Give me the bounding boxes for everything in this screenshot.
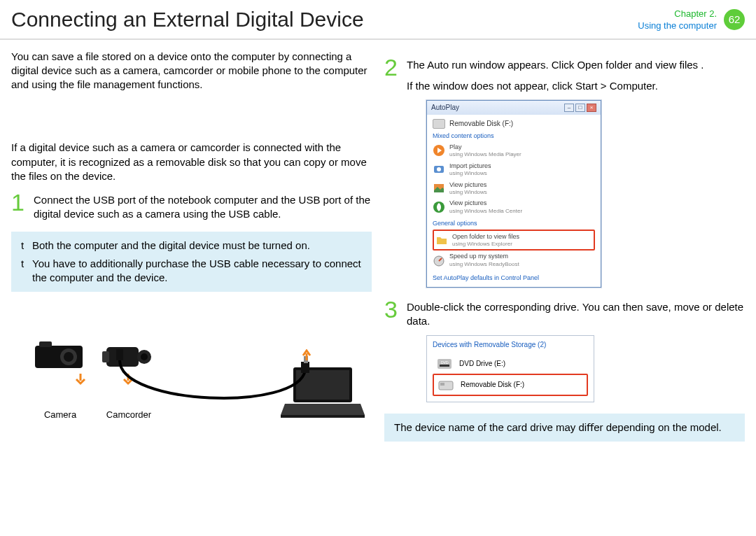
folder-icon [435, 234, 448, 246]
intro-text: You can save a ﬁle stored on a device on… [11, 50, 372, 92]
header-meta: Chapter 2. Using the computer 62 [638, 8, 745, 32]
svg-rect-11 [116, 349, 123, 360]
step-1: 1 Connect the USB port of the notebook c… [11, 190, 372, 222]
svg-rect-24 [440, 383, 444, 386]
content-columns: You can save a ﬁle stored on a device on… [0, 40, 756, 449]
maximize-icon[interactable]: □ [575, 104, 585, 112]
dvd-drive-icon: DVD [435, 357, 454, 371]
footnote-text: The device name of the card drive may di… [394, 421, 722, 433]
drive-header: Removable Disk (F:) [433, 119, 595, 129]
option-view-1[interactable]: View picturesusing Windows [433, 179, 595, 198]
option-view-2[interactable]: View picturesusing Windows Media Center [433, 197, 595, 216]
bullet-icon: t [21, 257, 27, 285]
chapter-subtitle: Using the computer [638, 20, 717, 32]
camera-label: Camera [44, 409, 76, 421]
connect-desc: If a digital device such as a camera or … [11, 141, 372, 183]
svg-point-16 [437, 167, 441, 171]
removable-disk-icon [433, 119, 445, 129]
usb-cable-icon [116, 349, 326, 419]
step-2-text: The Auto run window appears. Click Open … [407, 59, 704, 71]
camera-icon [32, 337, 88, 372]
svg-text:DVD: DVD [441, 360, 449, 365]
note-box: t Both the computer and the digital devi… [11, 232, 372, 292]
removable-disk-icon [437, 378, 455, 392]
close-icon[interactable]: × [587, 104, 596, 112]
svg-rect-1 [39, 341, 52, 347]
step-3-number: 3 [384, 297, 402, 321]
removable-drive-item[interactable]: Removable Disk (F:) [433, 374, 588, 396]
mediacenter-icon [433, 201, 445, 213]
play-icon [433, 144, 445, 157]
option-import[interactable]: Import picturesusing Windows [433, 160, 595, 179]
step-1-text: Connect the USB port of the notebook com… [34, 190, 372, 222]
option-play[interactable]: Playusing Windows Media Player [433, 141, 595, 160]
autoplay-window: AutoPlay – □ × Removable Disk (F:) Mixed… [426, 100, 601, 288]
step-1-number: 1 [11, 190, 29, 214]
arrow-down-icon [74, 374, 87, 386]
option-readyboost[interactable]: Speed up my systemusing Windows ReadyBoo… [433, 251, 595, 269]
step-3: 3 Double-click the corresponding drive. … [384, 297, 745, 329]
autoplay-titlebar: AutoPlay – □ × [427, 101, 601, 115]
drives-heading: Devices with Removable Storage (2) [433, 340, 588, 350]
camera-device: Camera [32, 337, 88, 421]
device-diagram: Camera Camcorder [11, 302, 372, 421]
bullet-icon: t [21, 239, 27, 253]
option-open-folder[interactable]: Open folder to view filesusing Windows E… [433, 230, 595, 251]
footnote-box: The device name of the card drive may di… [384, 414, 745, 442]
drives-window: Devices with Removable Storage (2) DVD D… [426, 335, 594, 402]
svg-point-3 [64, 352, 74, 362]
note-b: You have to additionally purchase the US… [32, 257, 362, 285]
page-header: Connecting an External Digital Device Ch… [0, 0, 756, 40]
step-3-text: Double-click the corresponding drive. Yo… [407, 297, 745, 329]
dvd-drive-item[interactable]: DVD DVD Drive (E:) [433, 354, 588, 374]
speedup-icon [433, 254, 445, 267]
left-column: You can save a ﬁle stored on a device on… [11, 50, 372, 442]
svg-rect-21 [440, 365, 449, 367]
svg-rect-12 [301, 362, 309, 373]
page-number: 62 [724, 9, 745, 30]
page-title: Connecting an External Digital Device [11, 6, 364, 34]
section-mixed: Mixed content options [433, 132, 595, 140]
drive-name: Removable Disk (F:) [449, 119, 513, 129]
right-column: 2 The Auto run window appears. Click Ope… [384, 50, 745, 442]
import-icon [433, 163, 445, 176]
step-2-number: 2 [384, 55, 402, 79]
step-2-sub: If the window does not appear, click Sta… [407, 79, 745, 93]
note-a: Both the computer and the digital device… [32, 239, 310, 253]
minimize-icon[interactable]: – [564, 104, 574, 112]
autoplay-defaults-link[interactable]: Set AutoPlay defaults in Control Panel [433, 274, 595, 282]
pictures-icon [433, 182, 445, 195]
autoplay-title: AutoPlay [431, 103, 459, 113]
dvd-drive-label: DVD Drive (E:) [459, 359, 505, 369]
svg-rect-7 [102, 351, 109, 362]
chapter-label: Chapter 2. [638, 8, 717, 20]
step-2: 2 The Auto run window appears. Click Ope… [384, 55, 745, 94]
removable-drive-label: Removable Disk (F:) [461, 380, 524, 390]
section-general: General options [433, 219, 595, 227]
